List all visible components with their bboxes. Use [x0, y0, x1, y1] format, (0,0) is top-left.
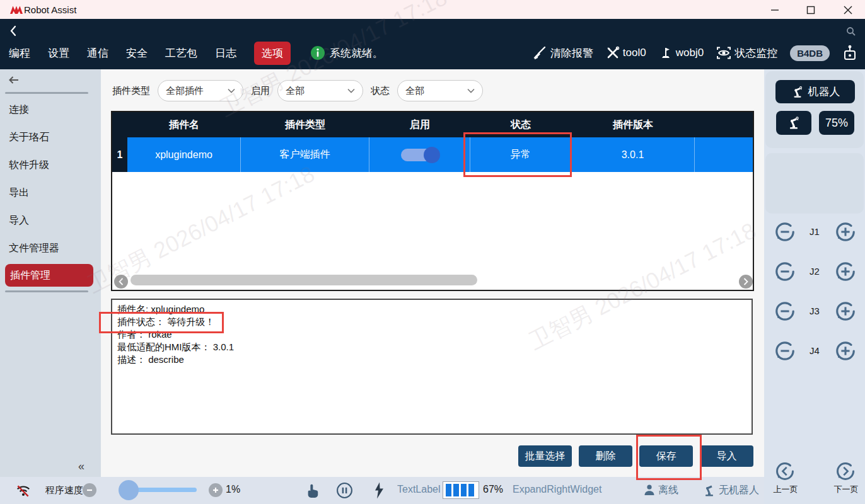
plugin-table: 插件名 插件类型 启用 状态 插件版本 1 xplugindemo 客户端插件 … — [111, 111, 754, 291]
user-icon — [642, 483, 657, 498]
chevron-down-icon — [347, 88, 355, 93]
sidebar-collapse-icon[interactable]: « — [78, 460, 84, 473]
j1-label: J1 — [802, 226, 827, 237]
minimize-button[interactable] — [770, 5, 780, 15]
j3-plus-button[interactable] — [835, 301, 856, 322]
horizontal-scrollbar-thumb[interactable] — [131, 275, 477, 285]
nav-item-log[interactable]: 日志 — [215, 46, 236, 60]
nav-item-options[interactable]: 选项 — [254, 42, 291, 65]
battery-bar — [453, 484, 459, 496]
robot-arm-icon — [791, 85, 804, 99]
import-button[interactable]: 导入 — [700, 445, 753, 467]
sidebar-item-about[interactable]: 关于珞石 — [9, 131, 49, 144]
j1-minus-button[interactable] — [774, 221, 796, 243]
speed-slider-knob[interactable] — [119, 480, 139, 500]
save-button[interactable]: 保存 — [639, 445, 693, 467]
detail-hmi-version: 最低适配的HMI版本： 3.0.1 — [117, 341, 234, 353]
nav-item-settings[interactable]: 设置 — [48, 46, 69, 60]
cell-plugin-type: 客户端插件 — [241, 137, 369, 172]
battery-indicator — [443, 481, 479, 499]
status-bar: 程序速度 1% TextLabel 67% ExpandRightWidget — [0, 477, 764, 504]
j4-plus-button[interactable] — [835, 340, 856, 362]
status-monitor-button[interactable]: 状态监控 — [716, 45, 777, 60]
j2-plus-button[interactable] — [835, 261, 856, 282]
plugin-detail-panel: 插件名: xplugindemo 插件状态： 等待升级！ 作者： rokae 最… — [111, 299, 753, 435]
delete-button[interactable]: 删除 — [579, 445, 632, 467]
no-robot-status: 无机器人 — [719, 484, 759, 497]
scroll-left-button[interactable] — [114, 275, 128, 289]
wobj-selector[interactable]: wobj0 — [659, 46, 704, 60]
plugin-type-label: 插件类型 — [112, 85, 150, 97]
detail-plugin-status: 插件状态： 等待升级！ — [117, 316, 214, 328]
text-label: TextLabel — [397, 484, 441, 495]
clear-alarm-button[interactable]: 清除报警 — [532, 45, 593, 60]
prev-page-label[interactable]: 上一页 — [766, 484, 805, 495]
title-bar: Robot Assist — [0, 0, 865, 19]
nav-bar: 编程 设置 通信 安全 工艺包 日志 选项 系统就绪。 — [0, 19, 865, 69]
speed-decrease-button[interactable] — [83, 483, 96, 497]
search-icon[interactable] — [846, 26, 856, 37]
sidebar-item-export[interactable]: 导出 — [9, 186, 29, 199]
nav-right-tools: 清除报警 tool0 wobj0 — [532, 42, 857, 64]
sidebar-item-upgrade[interactable]: 软件升级 — [9, 159, 49, 171]
lightning-icon[interactable] — [373, 481, 385, 500]
battery-bar — [461, 484, 467, 496]
empty-panel — [765, 153, 864, 214]
speed-percent-button[interactable]: 75% — [819, 111, 854, 135]
plugin-type-select[interactable]: 全部插件 — [158, 80, 243, 101]
j2-label: J2 — [802, 266, 827, 277]
j2-minus-button[interactable] — [774, 261, 796, 282]
column-version: 插件版本 — [571, 112, 695, 137]
cell-status: 异常 — [470, 137, 571, 172]
robot-mode-button[interactable]: 机器人 — [775, 80, 855, 103]
status-filter-select[interactable]: 全部 — [397, 80, 483, 101]
close-button[interactable] — [843, 5, 853, 15]
enable-filter-select[interactable]: 全部 — [277, 80, 363, 101]
scroll-right-button[interactable] — [739, 275, 753, 289]
tools-icon — [606, 46, 620, 60]
battery-bar — [468, 484, 474, 496]
prev-page-button[interactable] — [775, 461, 795, 481]
wobj-icon — [659, 46, 673, 60]
next-page-label[interactable]: 下一页 — [827, 484, 865, 495]
detail-plugin-name: 插件名: xplugindemo — [117, 303, 204, 316]
app-title: Robot Assist — [24, 4, 76, 15]
sidebar-item-connect[interactable]: 连接 — [9, 103, 29, 116]
maximize-button[interactable] — [806, 5, 816, 15]
detail-author: 作者： rokae — [117, 328, 172, 341]
speed-increase-button[interactable] — [209, 483, 223, 497]
tool-selector[interactable]: tool0 — [606, 46, 646, 60]
j1-plus-button[interactable] — [835, 221, 856, 243]
joystick-icon[interactable] — [842, 45, 857, 61]
j4-minus-button[interactable] — [774, 340, 796, 362]
filter-row: 插件类型 全部插件 启用 全部 状态 全部 — [112, 79, 483, 103]
nav-item-program[interactable]: 编程 — [9, 46, 30, 60]
batch-select-button[interactable]: 批量选择 — [518, 445, 572, 467]
sidebar-item-plugin-manager[interactable]: 插件管理 — [5, 264, 93, 287]
tool-label: tool0 — [623, 47, 646, 59]
expand-right-widget-label[interactable]: ExpandRightWidget — [513, 484, 601, 495]
battery-bar — [446, 484, 451, 496]
robot-arm-icon — [786, 115, 801, 130]
main-content: 插件类型 全部插件 启用 全部 状态 全部 插件名 — [101, 69, 764, 477]
next-page-button[interactable] — [835, 461, 856, 481]
robot-card: 机器人 75% — [765, 71, 864, 148]
pause-icon[interactable] — [336, 482, 353, 499]
sidebar-divider — [5, 290, 88, 292]
sidebar-item-import[interactable]: 导入 — [9, 214, 29, 227]
nav-item-process[interactable]: 工艺包 — [165, 46, 197, 60]
enable-toggle[interactable] — [401, 149, 439, 161]
robot-jog-button[interactable] — [776, 111, 811, 135]
column-enable: 启用 — [369, 112, 470, 137]
table-row[interactable]: 1 xplugindemo 客户端插件 异常 3.0.1 — [112, 137, 753, 172]
cell-plugin-name: xplugindemo — [127, 137, 241, 172]
nav-item-safety[interactable]: 安全 — [126, 46, 148, 60]
nav-back-icon[interactable] — [9, 25, 18, 37]
enable-filter-label: 启用 — [251, 85, 270, 97]
sidebar-item-file-manager[interactable]: 文件管理器 — [9, 242, 59, 255]
plugin-type-value: 全部插件 — [166, 85, 204, 97]
sidebar-back-icon[interactable] — [8, 76, 19, 84]
nav-item-comm[interactable]: 通信 — [87, 46, 108, 60]
j3-minus-button[interactable] — [774, 301, 796, 322]
hand-guide-icon[interactable] — [305, 482, 320, 499]
